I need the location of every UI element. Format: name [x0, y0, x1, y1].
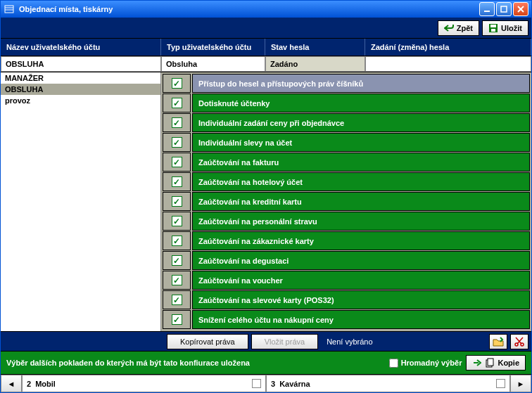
type-input[interactable] — [161, 56, 265, 72]
right-checkbox[interactable]: ✓ — [172, 255, 182, 266]
svg-rect-8 — [490, 25, 496, 27]
cashdesk-checkbox[interactable] — [496, 379, 505, 388]
rights-panel[interactable]: ✓Přístup do hesel a přístupových práv čí… — [161, 72, 531, 331]
right-label[interactable]: Zaúčtování na voucher — [192, 271, 530, 290]
right-label[interactable]: Zaúčtování na slevové karty (POS32) — [192, 290, 530, 309]
toolbar: Zpět Uložit — [1, 18, 531, 39]
titlebar: Objednací místa, tiskárny — [1, 1, 531, 18]
bottom-bar: ◄ 2Mobil3Kavárna ► — [1, 374, 531, 392]
header-pwstatus: Stav hesla — [265, 39, 365, 56]
right-row: ✓Zaúčtování na personální stravu — [163, 212, 530, 231]
right-row: ✓Zaúčtování na hotelový účet — [163, 172, 530, 191]
svg-rect-9 — [491, 29, 495, 32]
right-row: ✓Zaúčtování na fakturu — [163, 153, 530, 172]
cashdesk-name: Mobil — [35, 380, 248, 388]
svg-rect-15 — [488, 359, 493, 366]
right-label[interactable]: Přístup do hesel a přístupových práv číš… — [192, 74, 530, 93]
copy-rights-button[interactable]: Kopírovat práva — [167, 334, 248, 349]
bulk-checkbox[interactable] — [389, 359, 398, 368]
bulk-checkbox-label[interactable]: Hromadný výběr — [389, 359, 462, 368]
user-list-item[interactable]: MANAŽER — [1, 72, 160, 84]
right-checkbox[interactable]: ✓ — [172, 98, 182, 108]
header-type: Typ uživatelského účtu — [161, 39, 265, 56]
cashdesk-item[interactable]: 3Kavárna — [266, 375, 510, 392]
cashdesk-name: Kavárna — [279, 380, 492, 388]
window-title: Objednací místa, tiskárny — [19, 5, 479, 13]
cashdesk-number: 3 — [271, 380, 275, 388]
right-checkbox[interactable]: ✓ — [172, 196, 182, 207]
cashdesk-item[interactable]: 2Mobil — [22, 375, 266, 392]
window-icon — [4, 4, 15, 15]
right-label[interactable]: Zaúčtování na fakturu — [192, 153, 530, 172]
right-checkbox[interactable]: ✓ — [172, 117, 182, 128]
back-icon — [444, 23, 454, 33]
cashdesk-checkbox[interactable] — [252, 379, 261, 388]
right-row: ✓Zaúčtování na degustaci — [163, 251, 530, 270]
pwstatus-readonly: Zadáno — [265, 56, 365, 72]
arrow-icon — [472, 358, 482, 368]
right-checkbox[interactable]: ✓ — [172, 216, 182, 226]
right-label[interactable]: Snížení celého účtu na nákupní ceny — [192, 310, 530, 329]
right-row: ✓Snížení celého účtu na nákupní ceny — [163, 310, 530, 329]
right-label[interactable]: Individuální slevy na účet — [192, 133, 530, 152]
input-row: Zadáno — [1, 56, 531, 72]
cut-button[interactable] — [510, 334, 528, 349]
copy-icon — [485, 358, 495, 368]
right-row: ✓Zaúčtování na kreditní kartu — [163, 192, 530, 211]
right-checkbox[interactable]: ✓ — [172, 236, 182, 246]
right-row: ✓Individuální zadání ceny při objednávce — [163, 113, 530, 132]
user-list[interactable]: MANAŽEROBSLUHAprovoz — [1, 72, 161, 331]
cashdesk-number: 2 — [27, 380, 31, 388]
right-row: ✓Dotisknuté účtenky — [163, 94, 530, 112]
right-label[interactable]: Individuální zadání ceny při objednávce — [192, 113, 530, 132]
right-row: ✓Přístup do hesel a přístupových práv čí… — [163, 74, 530, 93]
right-label[interactable]: Zaúčtování na hotelový účet — [192, 172, 530, 191]
svg-rect-0 — [5, 6, 13, 13]
save-icon — [488, 23, 498, 33]
right-label[interactable]: Dotisknuté účtenky — [192, 94, 530, 112]
right-checkbox[interactable]: ✓ — [172, 295, 182, 305]
right-checkbox[interactable]: ✓ — [172, 176, 182, 187]
password-input[interactable] — [365, 56, 531, 72]
header-pwset: Zadání (změna) hesla — [365, 39, 531, 56]
right-checkbox[interactable]: ✓ — [172, 78, 182, 89]
maximize-button[interactable] — [496, 2, 512, 16]
right-row: ✓Zaúčtování na slevové karty (POS32) — [163, 290, 530, 309]
right-row: ✓Zaúčtování na zákaznické karty — [163, 231, 530, 250]
right-label[interactable]: Zaúčtování na zákaznické karty — [192, 231, 530, 250]
column-headers: Název uživatelského účtu Typ uživatelské… — [1, 39, 531, 56]
green-bar: Výběr dalších pokladen do kterých má být… — [1, 351, 531, 374]
back-button[interactable]: Zpět — [438, 20, 479, 36]
header-name: Název uživatelského účtu — [1, 39, 161, 56]
copy-button[interactable]: Kopie — [466, 355, 526, 371]
action-status: Není vybráno — [321, 337, 486, 346]
svg-rect-4 — [501, 6, 507, 12]
right-row: ✓Zaúčtování na voucher — [163, 271, 530, 290]
greenbar-text: Výběr dalších pokladen do kterých má být… — [6, 359, 389, 367]
nav-prev-button[interactable]: ◄ — [1, 375, 22, 392]
right-checkbox[interactable]: ✓ — [172, 314, 182, 325]
action-bar: Kopírovat práva Vložit práva Není vybrán… — [1, 331, 531, 351]
nav-next-button[interactable]: ► — [510, 375, 531, 392]
paste-rights-button[interactable]: Vložit práva — [251, 334, 318, 349]
open-button[interactable] — [489, 334, 507, 349]
save-button[interactable]: Uložit — [482, 20, 528, 36]
user-list-item[interactable]: OBSLUHA — [1, 84, 160, 95]
right-label[interactable]: Zaúčtování na degustaci — [192, 251, 530, 270]
right-checkbox[interactable]: ✓ — [172, 137, 182, 148]
minimize-button[interactable] — [479, 2, 495, 16]
right-label[interactable]: Zaúčtování na kreditní kartu — [192, 192, 530, 211]
name-input[interactable] — [1, 56, 161, 72]
right-checkbox[interactable]: ✓ — [172, 157, 182, 167]
user-list-item[interactable]: provoz — [1, 95, 160, 106]
right-checkbox[interactable]: ✓ — [172, 275, 182, 285]
right-label[interactable]: Zaúčtování na personální stravu — [192, 212, 530, 231]
right-row: ✓Individuální slevy na účet — [163, 133, 530, 152]
close-button[interactable] — [513, 2, 528, 16]
